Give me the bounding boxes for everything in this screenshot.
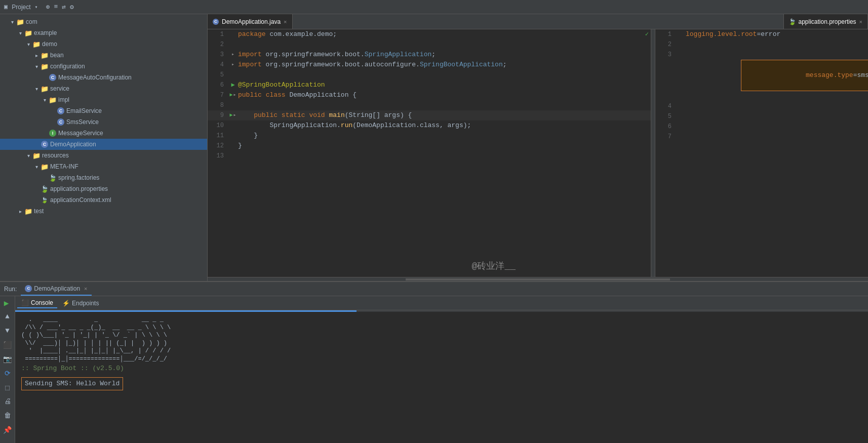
tree-arrow-sf [41,175,49,181]
console-content: ▶ ▲ ▼ ⬛ 📷 ⟳ ⬚ 🖨 🗑 📌 ⬛ Console [0,296,868,443]
toolbar-btn-wrap[interactable]: ⟳ [2,367,14,379]
tree-arrow-meta[interactable]: ▾ [32,164,41,170]
tree-item-application-properties[interactable]: 🍃 application.properties [0,183,207,194]
toolbar-icon-4[interactable]: ⚙ [70,3,74,11]
class-icon-email: C [57,107,65,115]
folder-icon-impl: 📁 [49,96,57,104]
tree-item-spring-factories[interactable]: 🍃 spring.factories [0,172,207,183]
project-icon: ▣ [4,3,8,11]
tree-arrow-com[interactable]: ▾ [8,19,16,25]
project-tree: ▾ 📁 com ▾ 📁 example ▾ 📁 demo [0,14,207,281]
left-toolbar: ▶ ▲ ▼ ⬛ 📷 ⟳ ⬚ 🖨 🗑 📌 [0,296,15,443]
toolbar-btn-soft-wrap[interactable]: ⬚ [2,381,14,393]
tree-item-SmsService[interactable]: C SmsService [0,116,207,128]
tree-item-demo[interactable]: ▾ 📁 demo [0,38,207,50]
console-toolbar: ⬛ Console ⚡ Endpoints [15,296,868,310]
run-tab-label: DemoApplication [34,285,80,292]
tree-item-EmailService[interactable]: C EmailService [0,105,207,116]
tree-label-impl: impl [58,96,207,103]
tree-arrow-configuration[interactable]: ▾ [32,64,41,69]
props-line-4: 4 [655,101,868,111]
tree-item-META-INF[interactable]: ▾ 📁 META-INF [0,161,207,172]
run-tab-close[interactable]: × [84,286,87,292]
tree-item-test[interactable]: ▸ 📁 test [0,206,207,217]
tree-item-bean[interactable]: ▸ 📁 bean [0,50,207,61]
run-tab-DemoApplication[interactable]: C DemoApplication × [21,282,91,296]
code-line-2: 2 [208,39,651,50]
tree-arrow-bean[interactable]: ▸ [32,53,41,58]
tree-arrow-demo[interactable]: ▾ [24,42,32,47]
props-line-2: 2 [655,39,868,50]
folder-icon-service: 📁 [41,85,49,93]
code-line-6: 6 ▶ @SpringBootApplication [208,80,651,90]
tree-arrow-example[interactable]: ▾ [16,30,24,36]
folder-icon-resources: 📁 [32,151,41,159]
tree-item-service[interactable]: ▾ 📁 service [0,83,207,94]
toolbar-btn-pin[interactable]: 📌 [2,424,14,436]
tab-DemoApplication-java[interactable]: C DemoApplication.java × [208,14,293,29]
toolbar-btn-stop[interactable]: ⬛ [2,339,14,351]
tab-label-java: DemoApplication.java [222,18,281,25]
code-line-12: 12 } [208,141,651,151]
tree-arrow-msg [41,131,49,136]
tree-label-demo: demo [42,41,207,48]
tree-arrow-ap [32,186,41,192]
tree-arrow-acx [32,197,41,203]
toolbar-btn-down[interactable]: ▼ [2,325,14,337]
tree-item-MessageService[interactable]: I MessageService [0,128,207,139]
xml-icon-acx: 🍃 [41,196,49,204]
tree-item-applicationContext-xml[interactable]: 🍃 applicationContext.xml [0,194,207,206]
tree-item-com[interactable]: ▾ 📁 com [0,16,207,27]
tree-arrow-sms [49,119,57,125]
tree-arrow-email [49,108,57,114]
tab-label-props: application.properties [798,18,856,25]
toolbar-btn-up[interactable]: ▲ [2,310,14,323]
tree-arrow-test[interactable]: ▸ [16,209,24,214]
tree-label-sf: spring.factories [58,174,207,181]
tree-arrow-impl[interactable]: ▾ [41,97,49,103]
run-button[interactable]: ▶ [4,298,9,308]
tree-item-MessageAutoConfiguration[interactable]: C MessageAutoConfiguration [0,72,207,83]
title-bar: ▣ Project ▾ ⊕ ≡ ⇄ ⚙ [0,0,868,14]
tree-item-impl[interactable]: ▾ 📁 impl [0,94,207,105]
console-tab-console[interactable]: ⬛ Console [17,298,57,308]
tree-arrow-service[interactable]: ▾ [32,86,41,92]
tree-item-configuration[interactable]: ▾ 📁 configuration [0,61,207,72]
tab-close-java[interactable]: × [284,19,287,25]
spring-icon-sf: 🍃 [49,174,57,182]
console-label: Console [31,299,53,306]
endpoints-label: Endpoints [72,300,99,307]
run-label: Run: [4,286,17,293]
tree-label-test: test [34,208,207,215]
props-line-6: 6 [655,122,868,132]
bottom-panel: Run: C DemoApplication × ▶ ▲ ▼ ⬛ 📷 ⟳ ⬚ 🖨… [0,281,868,443]
tree-item-DemoApplication[interactable]: C DemoApplication [0,139,207,150]
title-bar-dropdown-icon[interactable]: ▾ [35,4,38,10]
properties-editor[interactable]: 1 logging.level.root=error 2 3 [655,29,868,277]
tree-item-resources[interactable]: ▾ 📁 resources [0,150,207,161]
folder-icon-configuration: 📁 [41,62,49,70]
toolbar-btn-delete[interactable]: 🗑 [2,410,14,422]
tree-label-ap: application.properties [50,185,207,192]
toolbar-btn-camera[interactable]: 📷 [2,353,14,365]
tab-close-props[interactable]: × [859,19,862,25]
java-tab-icon: C [213,19,219,25]
toolbar-icon-3[interactable]: ⇄ [62,3,66,11]
console-tab-endpoints[interactable]: ⚡ Endpoints [58,299,103,308]
code-line-5: 5 [208,70,651,80]
tab-application-properties[interactable]: 🍃 application.properties × [783,14,868,29]
tree-label-com: com [26,18,207,25]
tree-item-example[interactable]: ▾ 📁 example [0,27,207,38]
class-icon-demo: C [41,140,49,148]
props-icon-ap: 🍃 [41,185,49,193]
code-line-13: 13 [208,151,651,161]
toolbar-icon-2[interactable]: ≡ [54,3,58,11]
endpoints-icon: ⚡ [62,300,70,307]
editor-area: C DemoApplication.java × 🍃 application.p… [208,14,868,281]
tree-label-acx: applicationContext.xml [50,196,207,204]
toolbar-btn-print[interactable]: 🖨 [2,395,14,408]
console-output[interactable]: . ____ _ __ _ _ /\\ / ___'_ __ _ _(_)_ _… [15,312,868,443]
toolbar-icon-1[interactable]: ⊕ [46,3,50,11]
java-editor[interactable]: 1 package com.example.demo; ✓ 2 3 ▸ [208,29,651,277]
tree-arrow-resources[interactable]: ▾ [24,153,32,158]
